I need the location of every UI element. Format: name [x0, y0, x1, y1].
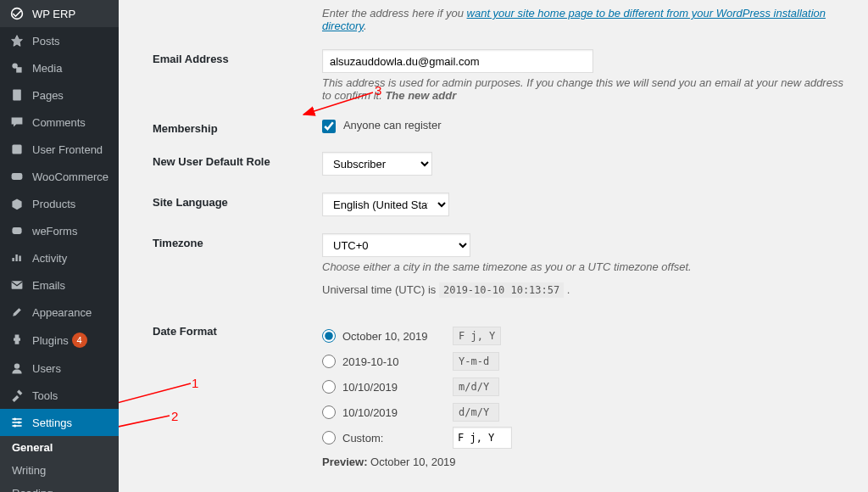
sidebar-item-comments[interactable]: Comments: [0, 109, 119, 136]
woo-icon: [8, 170, 25, 183]
label-membership: Membership: [153, 119, 322, 135]
date-format-custom-label: Custom:: [342, 432, 453, 444]
date-format-code: m/d/Y: [453, 377, 499, 396]
date-format-preview: Preview: October 10, 2019: [322, 456, 851, 468]
users-icon: [8, 361, 25, 375]
sidebar-item-pages[interactable]: Pages: [0, 81, 119, 109]
tools-icon: [8, 389, 25, 402]
svg-point-13: [18, 421, 20, 423]
sidebar-item-appearance[interactable]: Appearance: [0, 299, 119, 326]
settings-icon: [8, 416, 25, 429]
label-email: Email Address: [153, 49, 322, 65]
pin-icon: [8, 34, 25, 48]
date-format-custom-input[interactable]: [453, 427, 512, 449]
date-format-radio-3[interactable]: [322, 405, 336, 419]
svg-rect-3: [13, 90, 21, 101]
plugin-icon: [8, 333, 25, 347]
date-format-option-label: October 10, 2019: [342, 330, 453, 343]
date-format-code: Y-m-d: [453, 352, 499, 371]
svg-point-14: [14, 424, 16, 427]
brush-icon: [8, 305, 25, 319]
date-format-code: d/m/Y: [453, 403, 499, 422]
svg-rect-5: [12, 173, 23, 180]
date-format-code: F j, Y: [453, 327, 501, 345]
sidebar-item-label: WooCommerce: [32, 171, 108, 183]
activity-icon: [8, 251, 25, 265]
sidebar-item-label: Activity: [32, 252, 67, 265]
svg-point-12: [14, 417, 16, 420]
date-format-radio-0[interactable]: [322, 329, 336, 343]
sidebar-item-activity[interactable]: Activity: [0, 244, 119, 271]
svg-rect-4: [12, 144, 21, 154]
page-icon: [8, 88, 25, 102]
sidebar-item-emails[interactable]: Emails: [0, 271, 119, 299]
sidebar-item-label: Media: [32, 62, 62, 75]
sidebar-item-posts[interactable]: Posts: [0, 27, 119, 54]
label-default-role: New User Default Role: [153, 152, 322, 168]
svg-rect-2: [16, 67, 21, 72]
label-timezone: Timezone: [153, 233, 322, 249]
sidebar-item-label: WP ERP: [32, 8, 75, 20]
svg-rect-7: [12, 281, 23, 289]
sidebar-item-label: Users: [32, 362, 61, 375]
default-role-select[interactable]: Subscriber: [322, 152, 432, 176]
language-select[interactable]: English (United States): [322, 193, 449, 216]
sidebar-item-label: Plugins: [32, 334, 69, 347]
plugin-badge: 4: [72, 333, 87, 348]
membership-checkbox-label[interactable]: Anyone can register: [322, 119, 442, 131]
sidebar-item-label: Pages: [32, 89, 64, 102]
date-format-option-label: 2019-10-10: [342, 355, 453, 368]
userfrontend-icon: [8, 143, 25, 156]
sidebar-item-label: Appearance: [32, 306, 92, 319]
utc-time-line: Universal time (UTC) is 2019-10-10 10:13…: [322, 283, 851, 296]
sidebar-item-label: Products: [32, 198, 75, 210]
sidebar-item-users[interactable]: Users: [0, 355, 119, 382]
sidebar-item-woocommerce[interactable]: WooCommerce: [0, 163, 119, 190]
sidebar-item-label: Posts: [32, 35, 60, 48]
email-hint: This address is used for admin purposes.…: [322, 76, 851, 102]
sidebar-item-media[interactable]: Media: [0, 54, 119, 81]
sidebar-item-label: Emails: [32, 279, 65, 292]
sidebar-item-tools[interactable]: Tools: [0, 382, 119, 409]
main-content: Enter the address here if you want your …: [119, 0, 868, 492]
email-input[interactable]: [322, 49, 593, 73]
date-format-radio-2[interactable]: [322, 380, 336, 394]
date-format-radio-1[interactable]: [322, 355, 336, 368]
label-language: Site Language: [153, 193, 322, 209]
sidebar-item-products[interactable]: Products: [0, 190, 119, 217]
email-icon: [8, 278, 25, 292]
timezone-hint: Choose either a city in the same timezon…: [322, 260, 851, 273]
sidebar-item-plugins[interactable]: Plugins 4: [0, 326, 119, 355]
address-hint: Enter the address here if you want your …: [322, 7, 851, 32]
sidebar-item-settings[interactable]: Settings: [0, 409, 119, 436]
sidebar-item-label: Comments: [32, 116, 86, 129]
sidebar-sub-reading[interactable]: Reading: [0, 482, 119, 492]
anno-2: 2: [171, 409, 178, 423]
comment-icon: [8, 115, 25, 129]
date-format-radio-custom[interactable]: [322, 431, 336, 444]
sidebar-sub-writing[interactable]: Writing: [0, 459, 119, 482]
sidebar-item-label: Tools: [32, 389, 58, 402]
sidebar-item-wperp[interactable]: WP ERP: [0, 0, 119, 27]
admin-sidebar: WP ERP Posts Media Pages Comments User F…: [0, 0, 119, 492]
svg-point-8: [14, 363, 19, 368]
anno-3: 3: [375, 83, 381, 98]
sidebar-item-label: weForms: [32, 225, 77, 238]
label-date-format: Date Format: [153, 321, 322, 338]
sidebar-item-label: User Frontend: [32, 143, 103, 156]
sidebar-sub-general[interactable]: General: [0, 436, 119, 459]
anno-1: 1: [192, 376, 198, 390]
sidebar-item-weforms[interactable]: weForms: [0, 217, 119, 244]
date-format-option-label: 10/10/2019: [342, 406, 453, 419]
media-icon: [8, 61, 25, 75]
sidebar-item-label: Settings: [32, 417, 72, 429]
svg-rect-6: [12, 227, 21, 234]
membership-checkbox[interactable]: [322, 120, 336, 133]
product-icon: [8, 197, 25, 210]
date-format-option-label: 10/10/2019: [342, 381, 453, 394]
sidebar-item-userfrontend[interactable]: User Frontend: [0, 136, 119, 163]
weforms-icon: [8, 224, 25, 238]
wperp-icon: [8, 7, 25, 20]
timezone-select[interactable]: UTC+0: [322, 233, 470, 257]
utc-time-value: 2019-10-10 10:13:57: [439, 282, 564, 298]
